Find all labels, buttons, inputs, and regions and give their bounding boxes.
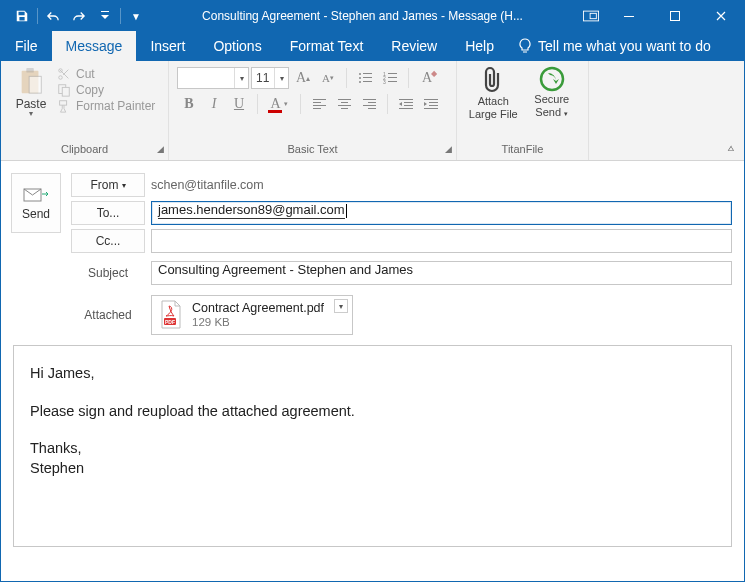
svg-point-44 — [541, 68, 563, 90]
chevron-down-icon: ▾ — [122, 181, 126, 190]
underline-button[interactable]: U — [227, 93, 251, 115]
minimize-button[interactable] — [606, 1, 652, 31]
editor-container: Hi James, Please sign and reupload the a… — [1, 345, 744, 559]
maximize-button[interactable] — [652, 1, 698, 31]
decrease-indent-button[interactable] — [394, 93, 418, 115]
svg-rect-3 — [671, 12, 680, 21]
bold-button[interactable]: B — [177, 93, 201, 115]
message-body-editor[interactable]: Hi James, Please sign and reupload the a… — [13, 345, 732, 547]
italic-button[interactable]: I — [202, 93, 226, 115]
paste-button[interactable]: Paste ▾ — [9, 65, 53, 117]
to-field[interactable]: james.henderson89@gmail.com — [151, 201, 732, 225]
svg-rect-1 — [590, 13, 596, 18]
font-size-value: 11 — [252, 71, 274, 85]
clear-formatting-button[interactable]: A◆ — [415, 67, 439, 89]
svg-rect-43 — [424, 108, 438, 109]
svg-rect-37 — [404, 102, 413, 103]
group-clipboard: Paste ▾ Cut Copy Format Painter Clipbo — [1, 61, 169, 160]
svg-rect-5 — [26, 68, 33, 73]
font-color-button[interactable]: A▾ — [264, 93, 294, 115]
ribbon-display-options-button[interactable] — [576, 1, 606, 31]
tab-format-text[interactable]: Format Text — [276, 31, 378, 61]
svg-rect-10 — [62, 87, 69, 96]
cc-field[interactable] — [151, 229, 732, 253]
secure-send-icon — [538, 65, 566, 93]
font-name-combo[interactable]: ▾ — [177, 67, 249, 89]
body-line: Hi James, — [30, 364, 715, 384]
shrink-font-button[interactable]: A▾ — [316, 67, 340, 89]
font-size-combo[interactable]: 11 ▾ — [251, 67, 289, 89]
tab-file[interactable]: File — [1, 31, 52, 61]
title-bar: ▼ Consulting Agreement - Stephen and Jam… — [1, 1, 744, 31]
align-left-button[interactable] — [307, 93, 331, 115]
tab-options[interactable]: Options — [199, 31, 275, 61]
copy-icon — [57, 83, 71, 97]
copy-button[interactable]: Copy — [57, 83, 155, 97]
ribbon: Paste ▾ Cut Copy Format Painter Clipbo — [1, 61, 744, 161]
attachment-item[interactable]: PDF Contract Agreement.pdf 129 KB ▾ — [151, 295, 353, 335]
svg-rect-39 — [399, 108, 413, 109]
svg-text:PDF: PDF — [165, 319, 175, 325]
svg-rect-25 — [313, 102, 321, 103]
chevron-down-icon: ▾ — [274, 68, 288, 88]
undo-button[interactable] — [40, 3, 66, 29]
tab-insert[interactable]: Insert — [136, 31, 199, 61]
increase-indent-button[interactable] — [419, 93, 443, 115]
attach-large-file-button[interactable]: AttachLarge File — [465, 65, 522, 121]
window-title: Consulting Agreement - Stephen and James… — [149, 9, 576, 23]
svg-rect-6 — [29, 76, 41, 93]
tell-me-search[interactable]: Tell me what you want to do — [508, 31, 721, 61]
paste-icon — [18, 67, 44, 95]
format-painter-button[interactable]: Format Painter — [57, 99, 155, 113]
format-painter-label: Format Painter — [76, 99, 155, 113]
svg-rect-11 — [60, 101, 67, 105]
tell-me-label: Tell me what you want to do — [538, 38, 711, 54]
tab-message[interactable]: Message — [52, 31, 137, 61]
attachment-name: Contract Agreement.pdf — [192, 301, 324, 315]
svg-rect-13 — [363, 73, 372, 74]
touch-mode-button[interactable]: ▼ — [123, 3, 149, 29]
svg-point-12 — [359, 73, 361, 75]
grow-font-button[interactable]: A▴ — [291, 67, 315, 89]
cut-button[interactable]: Cut — [57, 67, 155, 81]
save-button[interactable] — [9, 3, 35, 29]
subject-field[interactable]: Consulting Agreement - Stephen and James — [151, 261, 732, 285]
svg-rect-29 — [341, 102, 348, 103]
group-label-basic-text: Basic Text ◢ — [177, 140, 448, 160]
window-controls — [606, 1, 744, 31]
paintbrush-icon — [57, 99, 71, 113]
text-cursor — [346, 204, 347, 218]
scissors-icon — [57, 67, 71, 81]
qat-customize-button[interactable] — [92, 3, 118, 29]
lightbulb-icon — [518, 38, 532, 54]
send-button[interactable]: Send — [11, 173, 61, 233]
align-center-button[interactable] — [332, 93, 356, 115]
collapse-ribbon-button[interactable]: ㅿ — [726, 142, 736, 156]
to-button[interactable]: To... — [71, 201, 145, 225]
svg-rect-36 — [399, 99, 413, 100]
tab-review[interactable]: Review — [377, 31, 451, 61]
numbering-button[interactable]: 123 — [378, 67, 402, 89]
svg-rect-27 — [313, 108, 321, 109]
cc-button[interactable]: Cc... — [71, 229, 145, 253]
align-right-button[interactable] — [357, 93, 381, 115]
svg-rect-41 — [429, 102, 438, 103]
tab-help[interactable]: Help — [451, 31, 508, 61]
secure-send-button[interactable]: SecureSend ▾ — [524, 65, 581, 120]
svg-rect-19 — [388, 73, 397, 74]
svg-rect-38 — [404, 105, 413, 106]
svg-rect-40 — [424, 99, 438, 100]
dialog-launcher-icon[interactable]: ◢ — [157, 140, 164, 158]
svg-point-16 — [359, 81, 361, 83]
send-label: Send — [22, 207, 50, 221]
bullets-button[interactable] — [353, 67, 377, 89]
attachment-menu-button[interactable]: ▾ — [334, 299, 348, 313]
from-button[interactable]: From▾ — [71, 173, 145, 197]
quick-access-toolbar: ▼ — [1, 3, 149, 29]
svg-rect-15 — [363, 77, 372, 78]
dialog-launcher-icon[interactable]: ◢ — [445, 140, 452, 158]
redo-button[interactable] — [66, 3, 92, 29]
svg-rect-23 — [388, 81, 397, 82]
chevron-down-icon: ▾ — [564, 110, 568, 117]
close-button[interactable] — [698, 1, 744, 31]
